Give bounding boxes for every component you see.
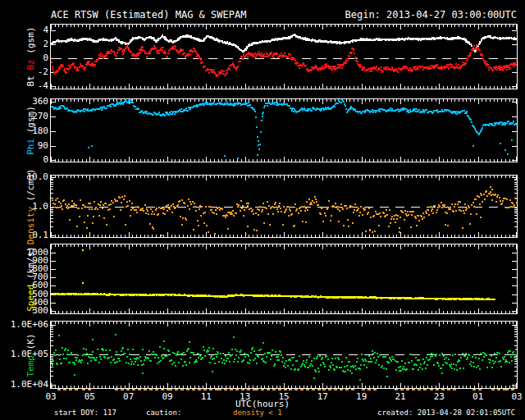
plot-title: ACE RTSW (Estimated) MAG & SWEPAM (51, 9, 246, 21)
temp-axis-title-part: Temp (25, 355, 36, 377)
x-tick-label-0: 03 (40, 391, 62, 402)
footer-caution-label: caution: (146, 409, 181, 417)
caution-strip-canvas (51, 388, 517, 392)
caution-strip (51, 388, 517, 392)
density-panel (50, 175, 518, 238)
ace-rtsw-plot: 420-2-4Bt Bz (gsm)360270180900Phi (gsm)1… (0, 0, 525, 420)
x-tick-label-1: 05 (79, 391, 100, 402)
x-tick-label-9: 21 (390, 391, 411, 402)
footer-created-timestamp: created: 2013-04-28 02:01:05UTC (377, 409, 515, 417)
x-tick-label-2: 07 (118, 391, 139, 402)
temp-panel (50, 321, 518, 389)
x-tick-label-7: 17 (312, 391, 333, 402)
bt-bz-panel (50, 24, 518, 89)
temp-canvas (51, 322, 517, 388)
x-tick-label-3: 09 (157, 391, 178, 402)
x-tick-label-10: 23 (428, 391, 450, 402)
x-tick-label-12: 03 (506, 391, 525, 402)
temp-axis-title-part: (K) (25, 333, 36, 355)
speed-canvas (51, 244, 517, 313)
x-tick-label-11: 01 (468, 391, 489, 402)
phi-panel (50, 98, 518, 162)
x-tick-label-4: 11 (195, 391, 217, 402)
speed-panel (50, 244, 518, 314)
footer-caution-value: density < 1 (233, 409, 282, 417)
bt-bz-canvas (51, 25, 517, 89)
begin-timestamp: Begin: 2013-04-27 03:00:00UTC (345, 9, 517, 21)
footer-start-doy: start DOY: 117 (54, 409, 116, 417)
temp-axis-title: Temp (K) (24, 273, 39, 420)
phi-canvas (51, 99, 517, 162)
x-tick-label-8: 19 (351, 391, 372, 402)
density-canvas (51, 176, 517, 237)
